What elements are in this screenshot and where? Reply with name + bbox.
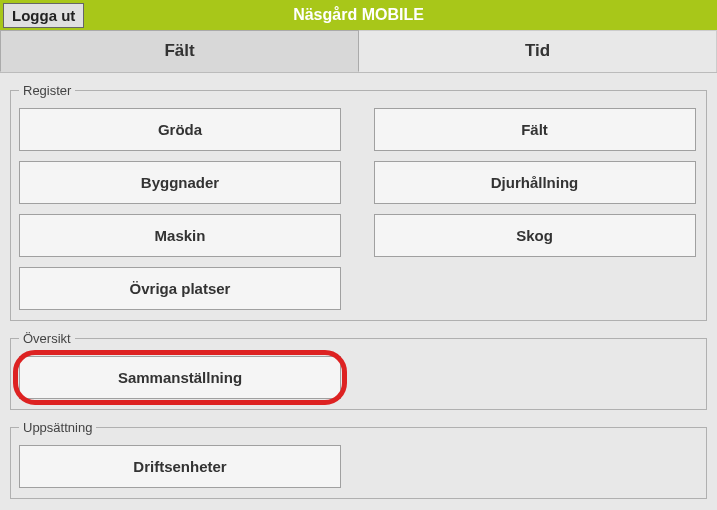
overview-summary-highlight: Sammanställning bbox=[19, 356, 341, 399]
overview-legend: Översikt bbox=[19, 331, 75, 346]
register-forest-button[interactable]: Skog bbox=[374, 214, 696, 257]
setup-fieldset: Uppsättning Driftsenheter bbox=[10, 420, 707, 499]
register-legend: Register bbox=[19, 83, 75, 98]
content-area: Register Gröda Fält Byggnader Djurhållni… bbox=[0, 73, 717, 510]
tab-field[interactable]: Fält bbox=[0, 30, 359, 72]
register-crop-button[interactable]: Gröda bbox=[19, 108, 341, 151]
setup-operating-units-button[interactable]: Driftsenheter bbox=[19, 445, 341, 488]
app-title: Näsgård MOBILE bbox=[0, 0, 717, 30]
top-bar: Logga ut Näsgård MOBILE bbox=[0, 0, 717, 30]
overview-fieldset: Översikt Sammanställning bbox=[10, 331, 707, 410]
tab-time[interactable]: Tid bbox=[359, 30, 717, 72]
register-livestock-button[interactable]: Djurhållning bbox=[374, 161, 696, 204]
setup-legend: Uppsättning bbox=[19, 420, 96, 435]
register-fieldset: Register Gröda Fält Byggnader Djurhållni… bbox=[10, 83, 707, 321]
register-other-places-button[interactable]: Övriga platser bbox=[19, 267, 341, 310]
register-machine-button[interactable]: Maskin bbox=[19, 214, 341, 257]
overview-summary-button[interactable]: Sammanställning bbox=[19, 356, 341, 399]
register-buildings-button[interactable]: Byggnader bbox=[19, 161, 341, 204]
logout-button[interactable]: Logga ut bbox=[3, 3, 84, 28]
register-field-button[interactable]: Fält bbox=[374, 108, 696, 151]
main-tabs: Fält Tid bbox=[0, 30, 717, 73]
